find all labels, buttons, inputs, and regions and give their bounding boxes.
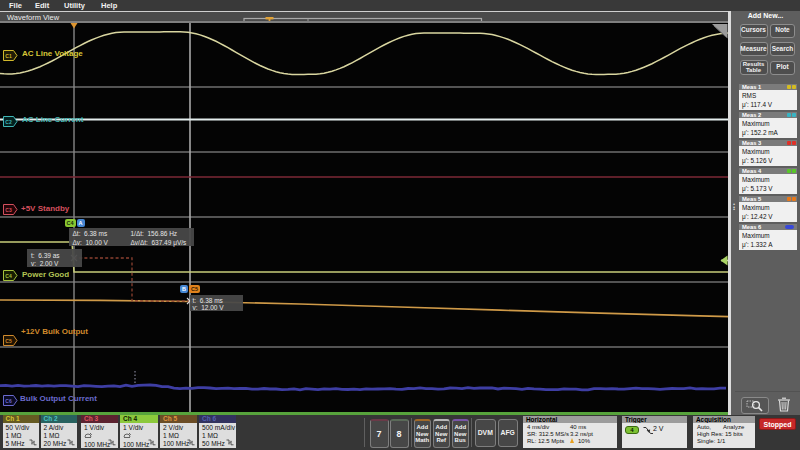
svg-text:C2: C2 (5, 118, 12, 124)
svg-text:C4: C4 (5, 273, 12, 279)
svg-text:C6: C6 (5, 397, 12, 403)
svg-text:C1: C1 (5, 52, 12, 58)
svg-text:C3: C3 (5, 207, 12, 213)
svg-text:C5: C5 (5, 338, 12, 344)
